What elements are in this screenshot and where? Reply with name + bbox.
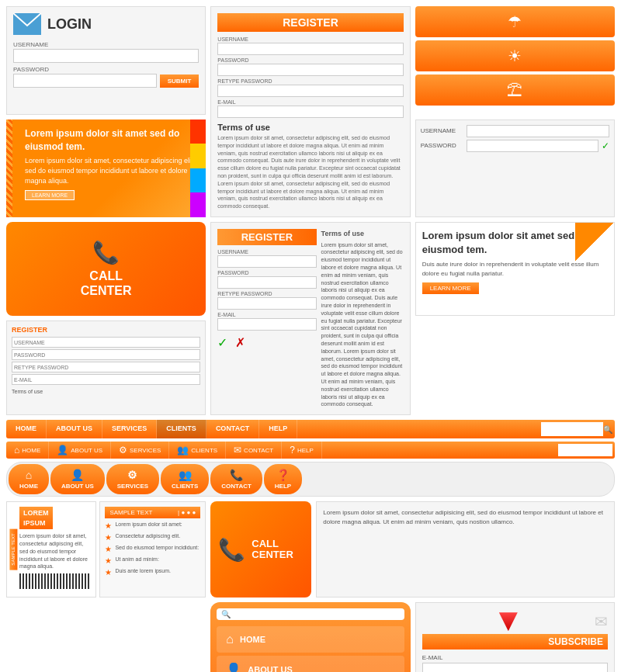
learn-more-button[interactable]: LEARN MORE: [25, 190, 75, 200]
nav1-home[interactable]: HOME: [6, 420, 47, 438]
nav1-clients[interactable]: CLIENTS: [157, 420, 206, 438]
reg-password-field: PASSWORD: [217, 57, 403, 76]
home-icon: ⌂: [14, 445, 19, 456]
corner-fold: [575, 223, 614, 262]
nav1-services[interactable]: SERVICES: [102, 420, 157, 438]
nav3-clients[interactable]: 👥CLIENTS: [161, 464, 209, 494]
call-icon: 📞: [92, 240, 120, 265]
sun-icon-box: ☀: [415, 40, 615, 71]
login-header: LOGIN: [13, 13, 199, 35]
icons-row: ☂ ☀ ⛱: [415, 6, 615, 115]
lorem-right: Lorem ipsum dolor sit amet, consectetur …: [316, 501, 615, 598]
up-username-input[interactable]: [467, 125, 609, 137]
lorem-right-text: Lorem ipsum dolor sit amet, consectetur …: [323, 508, 608, 527]
nav3-services[interactable]: ⚙SERVICES: [106, 464, 159, 494]
mini-terms: Terms of use: [12, 389, 200, 394]
mobile-home-icon: ⌂: [226, 632, 234, 646]
list-text-3: Sed do eiusmod tempor incididunt:: [115, 545, 199, 550]
icon-list-title: SAMPLE TEXT: [109, 509, 152, 516]
big-reg-pass-input[interactable]: [217, 276, 316, 289]
password-input[interactable]: [13, 74, 157, 88]
mini-retype[interactable]: [12, 362, 200, 372]
big-register-form: REGISTER USERNAME PASSWORD RETYPE PASSWO…: [210, 222, 410, 415]
up-password-row: PASSWORD ✓: [421, 140, 609, 152]
big-reg-terms-title: Terms of use: [321, 229, 404, 239]
search-icon[interactable]: 🔍: [603, 425, 612, 434]
clients-icon: 👥: [177, 445, 189, 456]
big-reg-right: Terms of use Lorem ipsum dolor sit amet,…: [321, 229, 404, 408]
nav2-contact[interactable]: ✉CONTACT: [226, 442, 282, 459]
sample-text: Lorem ipsum dolor sit amet, consectetur …: [19, 532, 91, 570]
mobile-about-icon: 👤: [226, 662, 241, 672]
reg-email-input[interactable]: [217, 106, 403, 118]
banner-text: Lorem ipsum dolor sit amet, consectetur …: [25, 156, 196, 185]
nav2-help[interactable]: ?HELP: [282, 442, 322, 459]
big-reg-title: REGISTER: [217, 229, 316, 245]
sample-tag: SAMPLE TEXT: [9, 529, 17, 570]
umbrella-icon-box: ☂: [415, 6, 615, 37]
submit-button[interactable]: SUBMIT: [160, 74, 199, 88]
sample-brand: LOREMIPSUM: [19, 507, 91, 529]
big-reg-email-lbl: E-MAIL: [217, 312, 316, 317]
reg-username-input[interactable]: [217, 43, 403, 55]
nav2-search-input[interactable]: [558, 444, 612, 456]
mini-email[interactable]: [12, 374, 200, 385]
nav3-help[interactable]: ❓HELP: [264, 464, 302, 494]
nav1-contact[interactable]: CONTACT: [206, 420, 259, 438]
nav1-about[interactable]: ABOUT US: [47, 420, 102, 438]
reg-retype-input[interactable]: [217, 85, 403, 97]
reg-retype-field: RETYPE PASSWORD: [217, 78, 403, 97]
subscribe-email-input[interactable]: [422, 663, 608, 672]
nav-bar-2: ⌂HOME 👤ABOUT US ⚙SERVICES 👥CLIENTS ✉CONT…: [6, 442, 615, 459]
bullet-icon: ★: [105, 533, 112, 542]
big-reg-email-input[interactable]: [217, 318, 316, 331]
subscribe-title: SUBSCRIBE: [422, 634, 608, 649]
list-item: ★ Duis ante lorem ipsum.: [105, 568, 200, 577]
nav3-contact[interactable]: 📞CONTACT: [210, 464, 262, 494]
bullet-icon: ★: [105, 545, 112, 553]
nav1-search-input[interactable]: [541, 422, 603, 436]
nav3-about[interactable]: 👤ABOUT US: [50, 464, 105, 494]
list-text-5: Duis ante lorem ipsum.: [115, 568, 171, 573]
big-reg-retype-input[interactable]: [217, 297, 316, 310]
cc-lorem-section: 📞 CALL CENTER Lorem ipsum dolor sit amet…: [210, 501, 615, 598]
bullet-icon: ★: [105, 521, 112, 530]
nav2-home[interactable]: ⌂HOME: [6, 442, 49, 459]
up-password-input[interactable]: [467, 140, 598, 152]
nav2-clients[interactable]: 👥CLIENTS: [169, 442, 226, 459]
checkmark-x: ✗: [235, 335, 245, 350]
check-icon: ✓: [602, 140, 609, 151]
big-reg-uname-input[interactable]: [217, 255, 316, 268]
login-widget: LOGIN USERNAME PASSWORD SUBMIT: [6, 6, 206, 115]
up-username-label: USERNAME: [421, 127, 463, 134]
subscribe-email-label: E-MAIL: [422, 654, 608, 661]
mobile-search-input[interactable]: [231, 611, 399, 618]
password-label: PASSWORD: [13, 66, 199, 73]
email-icon: ✉: [595, 612, 608, 631]
nav2-about[interactable]: 👤ABOUT US: [49, 442, 111, 459]
reg-password-input[interactable]: [217, 64, 403, 76]
list-item: ★ Sed do eiusmod tempor incididunt:: [105, 545, 200, 553]
banner-title: Lorem ipsum dolor sit amet sed do eiusmo…: [25, 127, 196, 154]
mobile-nav-home[interactable]: ⌂HOME: [217, 626, 404, 653]
corner-learn-btn[interactable]: LEARN MORE: [422, 282, 479, 294]
reg-email-field: E-MAIL: [217, 99, 403, 118]
up-username-row: USERNAME: [421, 125, 609, 137]
cc-phone-icon: 📞: [218, 537, 245, 563]
mini-username[interactable]: [12, 337, 200, 348]
username-password-panel: USERNAME PASSWORD ✓: [415, 120, 615, 217]
big-reg-pass-lbl: PASSWORD: [217, 270, 316, 275]
mini-password[interactable]: [12, 349, 200, 360]
list-item: ★ Ut anim ad minim:: [105, 556, 200, 565]
lorem-brand-box: LOREMIPSUM: [19, 507, 53, 529]
nav1-help[interactable]: HELP: [259, 420, 297, 438]
list-item: ★ Consectetur adipiscing elit.: [105, 533, 200, 542]
nav3-home[interactable]: ⌂HOME: [9, 464, 49, 494]
username-input[interactable]: [13, 49, 199, 63]
beach-icon: ⛱: [507, 81, 522, 99]
about-icon-3: 👤: [71, 469, 84, 481]
nav2-services[interactable]: ⚙SERVICES: [111, 442, 169, 459]
register-title: REGISTER: [217, 13, 403, 32]
about-icon: 👤: [57, 445, 68, 456]
mobile-nav-about[interactable]: 👤ABOUT US: [217, 656, 404, 672]
